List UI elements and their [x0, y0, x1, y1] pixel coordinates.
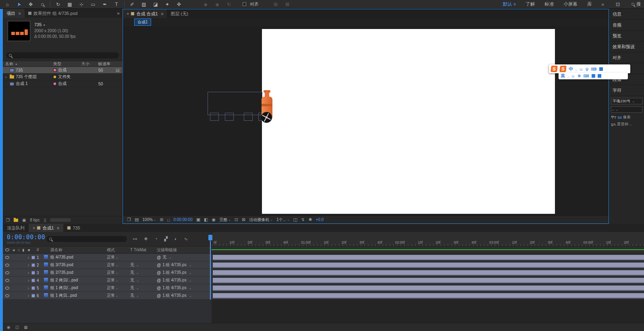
column-fps[interactable]: 帧速率: [98, 61, 114, 67]
collapsed-panel-header[interactable]: 对齐: [609, 52, 644, 63]
toggle-transfer-icon[interactable]: ◫: [15, 325, 19, 329]
breadcrumb-comp1[interactable]: 合成1: [134, 19, 151, 26]
layer-duration-bar[interactable]: [213, 263, 644, 268]
parent-link-dropdown[interactable]: @1.组 4/735.ps⌄: [157, 277, 212, 283]
toggle-inout-icon[interactable]: ▦: [24, 325, 27, 329]
layer-duration-bar[interactable]: [213, 285, 644, 291]
workspace-overflow-chevron[interactable]: »: [601, 2, 604, 7]
mode-dropdown[interactable]: 正常⌄: [107, 262, 130, 268]
layer-row[interactable]: › 3 组 2/735.psd 正常⌄ 无⌄ @1.组 4/735.ps⌄: [3, 269, 644, 277]
clone-stamp-tool-icon[interactable]: ▨: [140, 0, 148, 8]
ime-toolbox-icon[interactable]: [592, 74, 595, 78]
layer-duration-bar[interactable]: [213, 255, 644, 260]
layer-track[interactable]: [212, 284, 644, 292]
layer-track[interactable]: [212, 254, 644, 261]
layer-label-swatch[interactable]: [31, 263, 35, 267]
expand-arrow-icon[interactable]: ›: [28, 278, 31, 283]
camera-tool-icon[interactable]: ▦: [66, 0, 74, 8]
magnification-dropdown[interactable]: 100% ⌄: [142, 217, 156, 222]
column-size[interactable]: 大小: [81, 61, 98, 67]
panel-menu-icon[interactable]: ≡: [19, 11, 21, 16]
project-row-735-layers[interactable]: ›735 个图层 文件夹: [3, 74, 122, 81]
layer-label-swatch[interactable]: [31, 286, 35, 290]
expand-arrow-icon[interactable]: ›: [5, 75, 8, 79]
collapsed-panel-header[interactable]: 预览: [609, 31, 644, 41]
exposure-value[interactable]: +0.0: [316, 217, 324, 222]
layer-duration-bar[interactable]: [213, 278, 644, 283]
collapsed-panel-header[interactable]: 音频: [609, 20, 644, 31]
workspace-tab-learn[interactable]: 了解: [526, 1, 535, 7]
mode-dropdown[interactable]: 正常⌄: [107, 270, 130, 275]
graph-editor-icon[interactable]: ∿: [184, 236, 188, 242]
column-name[interactable]: 名称 ▲: [3, 61, 53, 67]
expand-arrow-icon[interactable]: ›: [28, 255, 31, 260]
parent-link-dropdown[interactable]: @1.组 4/735.ps⌄: [157, 262, 212, 268]
ime-punctuation-icon[interactable]: ,: [567, 74, 569, 78]
layer-row[interactable]: › 1 组 4/735.psd 正常⌄ @无⌄: [3, 254, 644, 261]
rotate-tool-icon[interactable]: ↻: [54, 0, 62, 8]
eraser-tool-icon[interactable]: ◪: [152, 0, 160, 8]
timeline-ruler[interactable]: 0f10f20f30f40f01:00f10f20f30f40f02:00f10…: [212, 232, 644, 246]
layer-label-swatch[interactable]: [31, 256, 35, 259]
column-type[interactable]: 类型: [53, 61, 81, 67]
mode-dropdown[interactable]: 正常⌄: [107, 254, 130, 260]
layer-name[interactable]: 组 2/735.psd: [50, 270, 107, 275]
fast-preview-icon[interactable]: ↯: [301, 217, 305, 222]
panel-grid-icon[interactable]: ⊡: [614, 0, 622, 8]
new-folder-icon[interactable]: [14, 219, 18, 222]
pickwhip-icon[interactable]: @: [157, 271, 161, 275]
view-layout-dropdown[interactable]: 1个... ⌄: [276, 217, 290, 223]
pixel-aspect-icon[interactable]: ◫: [293, 217, 297, 222]
kerning-control[interactable]: V̲A 度量标…: [609, 121, 644, 128]
composition-canvas[interactable]: [262, 29, 555, 214]
layer-row[interactable]: › 2 组 3/735.psd 正常⌄ 无⌄ @1.组 4/735.ps⌄: [3, 261, 644, 269]
draft-3d-icon[interactable]: ❖: [144, 236, 148, 242]
keyboard-icon[interactable]: ⌨: [583, 74, 589, 78]
sogou-logo-icon[interactable]: S: [551, 66, 558, 72]
expand-arrow-icon[interactable]: ›: [28, 271, 31, 275]
expand-panel-icon[interactable]: ❐: [127, 217, 131, 222]
train-wireframe-wheelbox[interactable]: [210, 113, 219, 121]
ime-punctuation-icon[interactable]: ,: [575, 67, 577, 71]
grid-options-icon[interactable]: ⊞: [160, 217, 164, 222]
workspace-tab-small-screen[interactable]: 小屏幕: [563, 1, 578, 7]
mode-dropdown[interactable]: 正常⌄: [107, 293, 130, 298]
tab-effect-controls[interactable]: 效果控件 组 4/735.psd: [25, 9, 81, 18]
layer-duration-bar[interactable]: [213, 270, 644, 275]
pen-tool-icon[interactable]: ✒: [101, 0, 109, 8]
eye-toggle[interactable]: [5, 256, 9, 259]
workspace-tab-libraries[interactable]: 库: [587, 1, 592, 7]
mini-flowchart-icon[interactable]: ⊶: [133, 236, 137, 242]
close-icon[interactable]: ×: [127, 11, 129, 16]
workspace-tab-default[interactable]: 默认≡: [503, 1, 516, 7]
eye-toggle[interactable]: [5, 294, 9, 297]
keyboard-icon[interactable]: ⌨: [591, 67, 596, 71]
eye-toggle[interactable]: [5, 271, 9, 274]
trkmat-dropdown[interactable]: 无⌄: [130, 293, 157, 298]
pan-behind-tool-icon[interactable]: ⊹: [77, 0, 85, 8]
layer-name[interactable]: 组 1 拷贝/...psd: [50, 285, 107, 291]
layer-name[interactable]: 组 2 拷贝/...psd: [50, 277, 107, 283]
camera-dropdown[interactable]: 活动摄像机 ⌄: [249, 217, 273, 223]
monitor-icon[interactable]: ▤: [135, 217, 139, 222]
pickwhip-icon[interactable]: @: [157, 263, 161, 267]
eye-toggle[interactable]: [5, 287, 9, 290]
settings-gear-icon[interactable]: ✻: [578, 74, 581, 78]
ime-language-toggle[interactable]: 英: [561, 73, 565, 79]
current-time-indicator-head[interactable]: [208, 235, 212, 240]
exposure-icon[interactable]: ✺: [308, 217, 312, 222]
trash-icon[interactable]: ▯: [44, 218, 46, 222]
eye-toggle[interactable]: [5, 264, 9, 267]
resolution-dropdown[interactable]: 完整 ⌄: [219, 217, 231, 223]
show-snapshot-icon[interactable]: ◧: [204, 217, 208, 222]
font-family-dropdown[interactable]: 字魂230号 ⌄: [611, 98, 642, 104]
tab-composition[interactable]: × 合成 合成1 ≡: [123, 9, 167, 18]
preview-time[interactable]: 0:00:00:00: [173, 217, 192, 222]
ime-toolbox-icon[interactable]: [598, 74, 601, 78]
layer-duration-bar[interactable]: [213, 293, 644, 298]
interpret-footage-icon[interactable]: ❐: [6, 218, 10, 222]
project-search-input[interactable]: [6, 52, 119, 58]
eye-toggle[interactable]: [5, 279, 9, 282]
motion-blur-icon[interactable]: ◐: [175, 236, 177, 242]
mode-column-header[interactable]: 模式: [107, 247, 130, 253]
